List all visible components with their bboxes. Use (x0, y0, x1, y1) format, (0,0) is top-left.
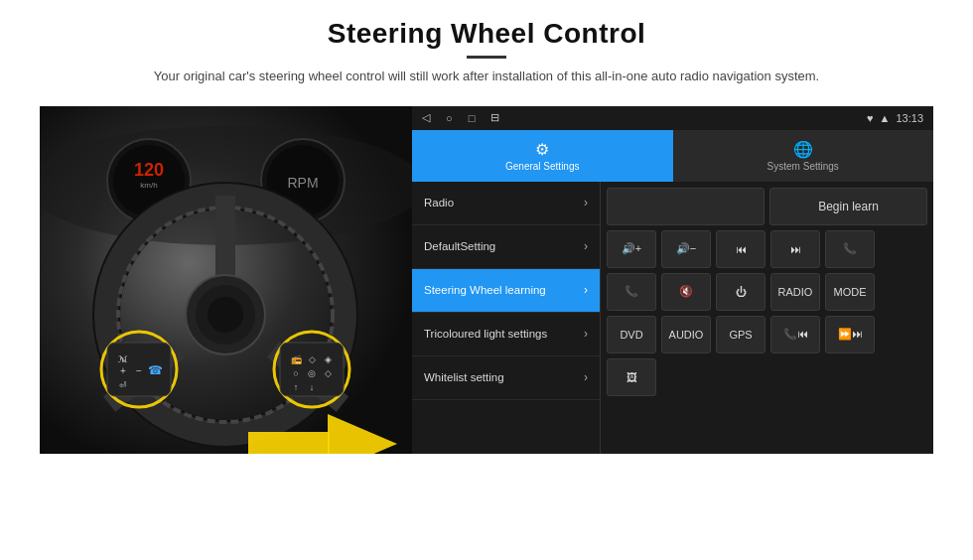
system-settings-icon: 🌐 (793, 140, 813, 159)
ff-next-icon: ⏩⏭ (838, 328, 863, 341)
ctrl-row-5: 🖼 (607, 358, 927, 396)
svg-text:◇: ◇ (309, 354, 316, 364)
next-track-button[interactable]: ⏭ (770, 230, 820, 268)
content-row: 120 km/h RPM (40, 106, 933, 454)
svg-text:∿: ∿ (119, 354, 127, 364)
location-icon: ♥ (867, 112, 874, 124)
clock: 13:13 (896, 112, 923, 124)
ctrl-row-4: DVD AUDIO GPS 📞⏮ ⏩⏭ (607, 316, 927, 353)
media-icon: 🖼 (626, 371, 637, 383)
begin-learn-button[interactable]: Begin learn (769, 188, 927, 225)
svg-point-17 (208, 297, 243, 333)
menu-item-steering-wheel[interactable]: Steering Wheel learning › (412, 269, 600, 313)
menu-whitelist-chevron: › (584, 370, 588, 384)
tab-general-settings[interactable]: ⚙ General Settings (412, 130, 673, 182)
vol-up-button[interactable]: 🔊+ (607, 230, 656, 268)
tab-system-label: System Settings (767, 161, 839, 172)
menu-tricoloured-label: Tricoloured light settings (424, 327, 547, 342)
radio-label: RADIO (778, 286, 813, 298)
mute-icon: 🔇 (679, 285, 693, 298)
steering-bg: 120 km/h RPM (40, 106, 412, 454)
call-icon: 📞 (843, 242, 857, 255)
android-tabs: ⚙ General Settings 🌐 System Settings (412, 130, 933, 182)
phone-prev-icon: 📞⏮ (783, 328, 808, 341)
audio-label: AUDIO (669, 329, 704, 341)
ctrl-row-2: 🔊+ 🔊− ⏮ ⏭ 📞 (607, 230, 927, 268)
ctrl-row-1: Begin learn (607, 188, 927, 225)
menu-default-label: DefaultSetting (424, 239, 495, 254)
menu-steering-chevron: › (584, 283, 588, 297)
menu-steering-label: Steering Wheel learning (424, 283, 546, 298)
recent-icon[interactable]: □ (469, 112, 476, 124)
android-nav-icons: ◁ ○ □ ⊟ (422, 111, 499, 124)
dvd-label: DVD (620, 329, 642, 341)
svg-text:◈: ◈ (325, 354, 332, 364)
svg-text:km/h: km/h (140, 181, 157, 190)
vol-down-button[interactable]: 🔊− (661, 230, 711, 268)
prev-track-button[interactable]: ⏮ (716, 230, 765, 268)
menu-list: Radio › DefaultSetting › Steering Wheel … (412, 182, 601, 454)
prev-track-icon: ⏮ (736, 243, 747, 255)
menu-item-defaultsetting[interactable]: DefaultSetting › (412, 225, 600, 269)
answer-button[interactable]: 📞 (607, 273, 656, 311)
menu-radio-chevron: › (584, 196, 588, 210)
svg-text:◎: ◎ (308, 368, 316, 378)
menu-icon[interactable]: ⊟ (490, 111, 499, 124)
dvd-button[interactable]: DVD (607, 316, 656, 353)
menu-radio-label: Radio (424, 196, 454, 210)
gps-button[interactable]: GPS (716, 316, 765, 353)
tab-system-settings[interactable]: 🌐 System Settings (673, 130, 934, 182)
svg-text:◇: ◇ (325, 368, 332, 378)
vol-down-icon: 🔊− (676, 242, 696, 255)
power-icon: ⏻ (736, 286, 747, 298)
mode-button[interactable]: MODE (825, 273, 875, 311)
title-section: Steering Wheel Control Your original car… (154, 18, 819, 98)
status-icons: ♥ ▲ 13:13 (867, 112, 923, 124)
android-body: Radio › DefaultSetting › Steering Wheel … (412, 182, 933, 454)
media-button[interactable]: 🖼 (607, 358, 656, 396)
svg-text:📻: 📻 (291, 353, 303, 365)
steering-wheel-image: 120 km/h RPM (40, 106, 412, 454)
back-icon[interactable]: ◁ (422, 111, 430, 124)
audio-button[interactable]: AUDIO (661, 316, 711, 353)
phone-prev-button[interactable]: 📞⏮ (770, 316, 820, 353)
android-ui: ◁ ○ □ ⊟ ♥ ▲ 13:13 ⚙ General Settings (412, 106, 933, 454)
signal-icon: ▲ (880, 112, 891, 124)
title-divider (467, 56, 506, 59)
menu-tricoloured-chevron: › (584, 327, 588, 341)
svg-text:−: − (136, 365, 142, 376)
svg-text:RPM: RPM (287, 175, 318, 191)
control-panel: Begin learn 🔊+ 🔊− ⏮ (601, 182, 933, 454)
svg-text:+: + (120, 365, 126, 376)
answer-icon: 📞 (625, 285, 638, 298)
page-title: Steering Wheel Control (154, 18, 819, 50)
call-button[interactable]: 📞 (825, 230, 875, 268)
menu-item-tricoloured[interactable]: Tricoloured light settings › (412, 313, 600, 356)
svg-text:○: ○ (293, 368, 298, 378)
android-statusbar: ◁ ○ □ ⊟ ♥ ▲ 13:13 (412, 106, 933, 130)
page-container: Steering Wheel Control Your original car… (0, 0, 973, 560)
svg-text:☎: ☎ (148, 363, 163, 377)
home-icon[interactable]: ○ (446, 112, 453, 124)
svg-text:⏎: ⏎ (119, 380, 127, 390)
mute-button[interactable]: 🔇 (661, 273, 711, 311)
svg-rect-37 (248, 432, 330, 454)
menu-default-chevron: › (584, 239, 588, 253)
next-track-icon: ⏭ (790, 243, 801, 255)
general-settings-icon: ⚙ (535, 140, 549, 159)
ff-next-button[interactable]: ⏩⏭ (825, 316, 875, 353)
svg-text:120: 120 (134, 160, 164, 180)
vol-up-icon: 🔊+ (622, 242, 641, 255)
page-subtitle: Your original car's steering wheel contr… (154, 67, 819, 86)
mode-label: MODE (834, 286, 867, 298)
ctrl-row-3: 📞 🔇 ⏻ RADIO MODE (607, 273, 927, 311)
radio-button[interactable]: RADIO (770, 273, 820, 311)
power-button[interactable]: ⏻ (716, 273, 765, 311)
menu-whitelist-label: Whitelist setting (424, 370, 504, 385)
svg-text:↑: ↑ (294, 382, 299, 392)
menu-item-radio[interactable]: Radio › (412, 182, 600, 225)
tab-general-label: General Settings (505, 161, 580, 172)
gps-label: GPS (729, 329, 752, 341)
svg-text:↓: ↓ (310, 382, 315, 392)
menu-item-whitelist[interactable]: Whitelist setting › (412, 356, 600, 400)
